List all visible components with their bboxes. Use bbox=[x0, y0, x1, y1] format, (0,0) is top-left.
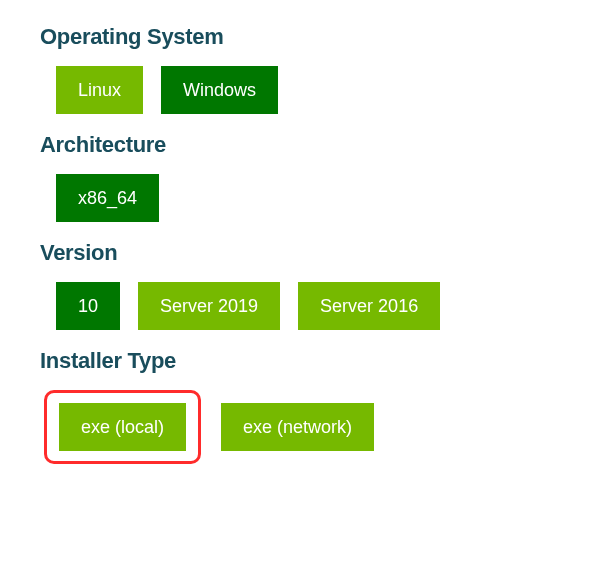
section-title-arch: Architecture bbox=[40, 132, 569, 158]
os-option-linux[interactable]: Linux bbox=[56, 66, 143, 114]
version-option-server-2016[interactable]: Server 2016 bbox=[298, 282, 440, 330]
version-option-10[interactable]: 10 bbox=[56, 282, 120, 330]
section-installer-type: Installer Type exe (local) exe (network) bbox=[40, 348, 569, 464]
version-option-server-2019[interactable]: Server 2019 bbox=[138, 282, 280, 330]
installer-option-exe-local[interactable]: exe (local) bbox=[59, 403, 186, 451]
section-title-os: Operating System bbox=[40, 24, 569, 50]
section-architecture: Architecture x86_64 bbox=[40, 132, 569, 222]
button-row-os: Linux Windows bbox=[40, 66, 569, 114]
highlight-annotation: exe (local) bbox=[44, 390, 201, 464]
os-option-windows[interactable]: Windows bbox=[161, 66, 278, 114]
section-title-installer: Installer Type bbox=[40, 348, 569, 374]
button-row-installer: exe (local) exe (network) bbox=[40, 390, 569, 464]
button-row-version: 10 Server 2019 Server 2016 bbox=[40, 282, 569, 330]
section-operating-system: Operating System Linux Windows bbox=[40, 24, 569, 114]
arch-option-x86-64[interactable]: x86_64 bbox=[56, 174, 159, 222]
section-title-version: Version bbox=[40, 240, 569, 266]
section-version: Version 10 Server 2019 Server 2016 bbox=[40, 240, 569, 330]
button-row-arch: x86_64 bbox=[40, 174, 569, 222]
installer-option-exe-network[interactable]: exe (network) bbox=[221, 403, 374, 451]
